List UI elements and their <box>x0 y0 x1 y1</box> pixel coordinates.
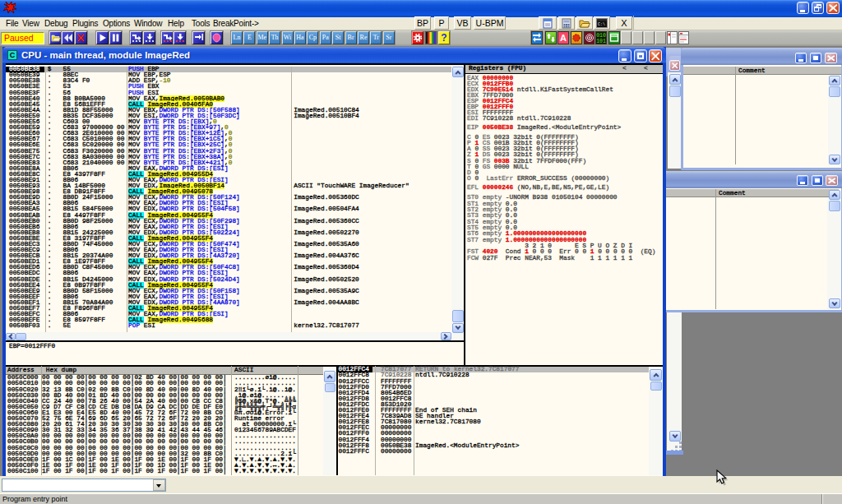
svg-text:C:\: C:\ <box>598 22 605 27</box>
